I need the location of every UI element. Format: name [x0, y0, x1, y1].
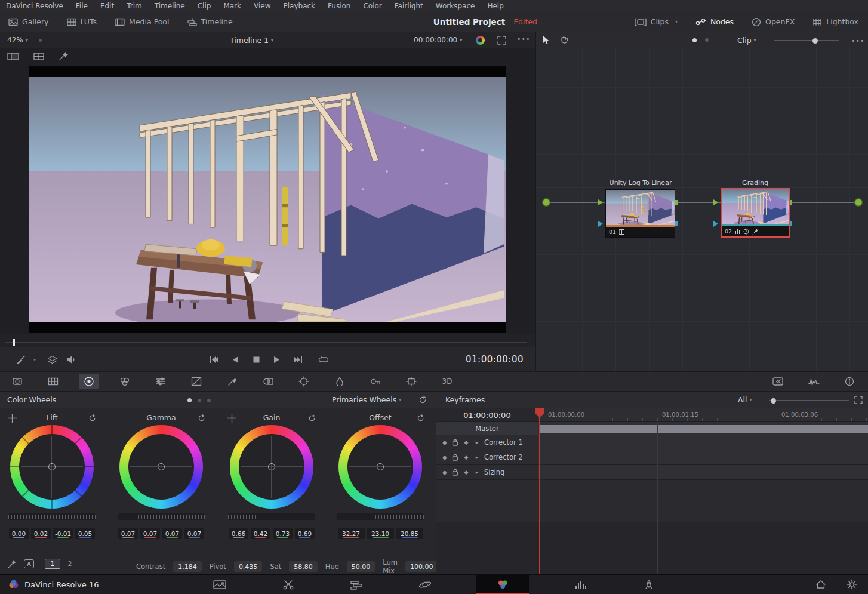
node-more-button[interactable]: •••: [851, 37, 864, 45]
row-corrector-2[interactable]: ● ◆ ▸ Corrector 2: [436, 450, 538, 465]
value-box[interactable]: 0.73: [273, 528, 293, 539]
settings-gear-icon[interactable]: [847, 579, 857, 590]
loop-button[interactable]: [315, 352, 333, 367]
track-corrector-1[interactable]: [538, 435, 868, 450]
menu-fusion[interactable]: Fusion: [328, 2, 350, 10]
reset-wheel-icon[interactable]: [88, 414, 97, 423]
offset-wheel[interactable]: [338, 425, 422, 509]
value-box[interactable]: 0.00: [9, 528, 29, 539]
play-button[interactable]: [268, 352, 286, 367]
pointer-tool-icon[interactable]: [542, 35, 550, 45]
clips-button[interactable]: Clips ▾: [635, 17, 678, 26]
reset-wheel-icon[interactable]: [197, 414, 206, 423]
wheel-indicator[interactable]: [377, 463, 384, 470]
hand-tool-icon[interactable]: [559, 35, 568, 45]
gamma-wheel[interactable]: [119, 425, 203, 509]
pivot-value[interactable]: 0.435: [234, 561, 263, 572]
keyframes-expand-icon[interactable]: [854, 396, 863, 404]
expand-row-icon[interactable]: ▸: [473, 469, 481, 475]
ranges-tool[interactable]: [150, 374, 171, 389]
wheels-page-2-button[interactable]: 2: [62, 559, 78, 569]
value-box[interactable]: -0.01: [53, 528, 73, 539]
expand-viewer-button[interactable]: [497, 36, 506, 47]
sat-value[interactable]: 58.80: [289, 561, 318, 572]
collapse-panel-button[interactable]: [768, 374, 788, 389]
video-frame[interactable]: [29, 77, 506, 322]
lock-icon[interactable]: [452, 439, 459, 446]
color-match-tool[interactable]: [43, 374, 63, 389]
window-tool[interactable]: [258, 374, 278, 389]
hsl-tool[interactable]: [115, 374, 135, 389]
gamma-master-slider[interactable]: [118, 513, 205, 520]
page-media[interactable]: [203, 575, 236, 594]
value-box[interactable]: 20.85: [396, 528, 423, 539]
viewer-scrubber[interactable]: [0, 334, 535, 347]
lock-icon[interactable]: [452, 469, 459, 476]
grid-view-icon[interactable]: [33, 52, 44, 61]
lightbox-button[interactable]: Lightbox: [812, 17, 858, 26]
menu-view[interactable]: View: [254, 2, 270, 10]
node-graph[interactable]: Unity Log To Linear 01 Grading 02: [535, 48, 868, 371]
timeline-selector[interactable]: Timeline 1: [230, 36, 269, 45]
lift-wheel[interactable]: [10, 425, 94, 509]
lift-master-slider[interactable]: [8, 513, 96, 520]
wheels-page-dot[interactable]: [207, 399, 211, 402]
value-box[interactable]: 0.69: [295, 528, 315, 539]
menu-workspace[interactable]: Workspace: [436, 2, 475, 10]
menu-color[interactable]: Color: [363, 2, 381, 10]
value-box[interactable]: 0.42: [251, 528, 270, 539]
keyframes-zoom-handle[interactable]: [771, 398, 776, 404]
wheels-page-dot-active[interactable]: [187, 398, 192, 402]
blur-tool[interactable]: [330, 374, 350, 389]
value-box[interactable]: 0.66: [229, 528, 248, 539]
keyframes-filter[interactable]: All: [738, 395, 747, 404]
track-sizing[interactable]: [538, 465, 868, 480]
menu-trim[interactable]: Trim: [127, 2, 142, 10]
expand-row-icon[interactable]: ▸: [473, 439, 481, 445]
source-port[interactable]: [543, 199, 550, 207]
project-home-icon[interactable]: [815, 580, 826, 589]
info-button[interactable]: [839, 374, 860, 389]
node-01[interactable]: 01: [605, 189, 675, 238]
menu-timeline[interactable]: Timeline: [155, 2, 185, 10]
wheels-mode-selector[interactable]: Primaries Wheels: [332, 395, 396, 404]
mute-button[interactable]: [62, 352, 80, 367]
menu-help[interactable]: Help: [487, 2, 503, 10]
reset-wheel-icon[interactable]: [416, 414, 425, 423]
menu-edit[interactable]: Edit: [100, 2, 114, 10]
value-box[interactable]: 0.05: [75, 528, 95, 539]
enhance-wand-icon[interactable]: [59, 51, 69, 61]
zoom-select[interactable]: 42%: [7, 36, 23, 44]
node-zoom-handle[interactable]: [812, 38, 818, 44]
node-zoom-dot-active[interactable]: [692, 38, 697, 42]
row-sizing[interactable]: ● ◆ ▸ Sizing: [436, 465, 538, 480]
gallery-button[interactable]: Gallery: [8, 17, 49, 26]
split-compare-icon[interactable]: [7, 52, 19, 61]
keyframe-diamond-icon[interactable]: ◆: [463, 469, 470, 475]
output-port[interactable]: [855, 199, 863, 207]
page-cut[interactable]: [272, 575, 305, 594]
stereo-3d-tool[interactable]: 3D: [437, 374, 457, 389]
luts-button[interactable]: LUTs: [67, 17, 97, 26]
wheels-page-1-button[interactable]: 1: [45, 559, 60, 569]
value-box[interactable]: 0.02: [31, 528, 51, 539]
page-deliver[interactable]: [632, 575, 666, 594]
keyframe-diamond-icon[interactable]: ◆: [463, 439, 470, 445]
reset-all-icon[interactable]: [418, 395, 427, 405]
gain-master-slider[interactable]: [228, 513, 315, 520]
camera-raw-tool[interactable]: [7, 374, 27, 389]
page-edit[interactable]: [340, 575, 373, 594]
layers-button[interactable]: [43, 352, 61, 367]
grade-bypass-button[interactable]: [476, 36, 485, 45]
contrast-value[interactable]: 1.184: [173, 561, 202, 572]
tracker-tool[interactable]: [294, 374, 314, 389]
wheel-indicator[interactable]: [158, 463, 165, 470]
viewer-more-button[interactable]: •••: [517, 35, 530, 43]
playhead-line[interactable]: [539, 416, 540, 574]
still-grab-button[interactable]: [12, 352, 30, 367]
enable-dot-icon[interactable]: ●: [441, 440, 448, 445]
menu-app[interactable]: DaVinci Resolve: [6, 2, 63, 10]
sizing-tool[interactable]: [401, 374, 421, 389]
enable-dot-icon[interactable]: ●: [441, 470, 448, 475]
value-box[interactable]: 0.07: [162, 528, 182, 539]
